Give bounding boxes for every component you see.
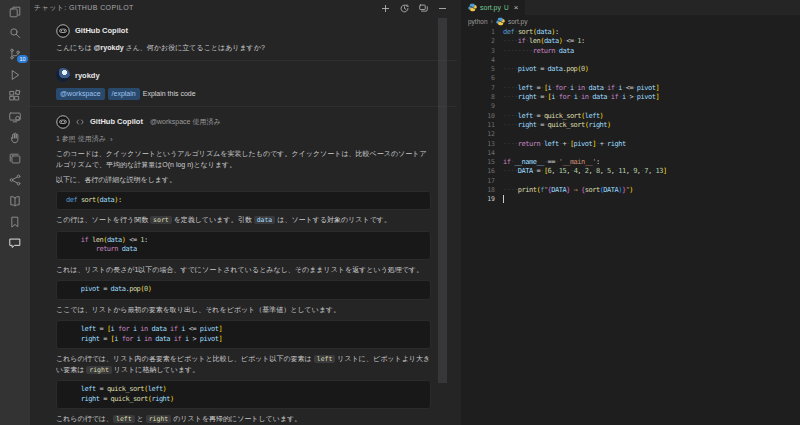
- workspace-chip[interactable]: @workspace: [56, 88, 105, 101]
- line-number: 8: [461, 93, 503, 102]
- greeting-text: こんにちは @ryokdy さん、何かお役に立てることはありますか?: [56, 43, 431, 54]
- code-line-18[interactable]: 18····print(f"{DATA} → {sort(DATA)}"): [461, 186, 800, 195]
- code-block: left = quick_sort(left) right = quick_so…: [56, 380, 431, 409]
- assistant-paragraph: この行は、ソートを行う関数 sort を定義しています。引数 data は、ソー…: [56, 215, 431, 226]
- assistant-paragraph: このコードは、クイックソートというアルゴリズムを実装したものです。クイックソート…: [56, 149, 431, 170]
- breadcrumb-file[interactable]: sort.py: [508, 18, 528, 25]
- code-line-6[interactable]: 6: [461, 74, 800, 83]
- line-number: 11: [461, 121, 503, 130]
- line-number: 18: [461, 186, 503, 195]
- code-line-2[interactable]: 2····if·len(data)·<=·1:: [461, 37, 800, 46]
- copilot-avatar-icon: [56, 24, 70, 38]
- chat-scrollbar[interactable]: [438, 18, 447, 383]
- assistant-name: GitHub Copilot: [90, 117, 143, 126]
- code-line-16[interactable]: 16····DATA·=·[6,·15,·4,·2,·8,·5,·11,·9,·…: [461, 167, 800, 176]
- assistant-paragraph: 以下に、各行の詳細な説明をします。: [56, 175, 431, 186]
- chat-panel-header: チャット: GITHUB COPILOT: [30, 0, 461, 16]
- chat-icon[interactable]: [0, 232, 30, 253]
- assistant-paragraph: これは、リストの長さが1以下の場合、すでにソートされているとみなし、そのままリス…: [56, 265, 431, 276]
- code-line-10[interactable]: 10····left·=·quick_sort(left): [461, 112, 800, 121]
- code-line-3[interactable]: 3········return·data: [461, 47, 800, 56]
- extensions-icon[interactable]: [0, 85, 30, 106]
- history-button[interactable]: [399, 3, 410, 14]
- code-line-19[interactable]: 19: [461, 195, 800, 204]
- code-line-9[interactable]: 9: [461, 102, 800, 111]
- workspace-used-label: @workspace 使用済み: [150, 117, 221, 127]
- explain-command-chip[interactable]: /explain: [108, 88, 140, 101]
- code-line-15[interactable]: 15if·__name__·==·'__main__':: [461, 158, 800, 167]
- run-debug-icon[interactable]: [0, 64, 30, 85]
- code-line-11[interactable]: 11····right·=·quick_sort(right): [461, 121, 800, 130]
- user-avatar: [56, 68, 70, 82]
- assistant-name: GitHub Copilot: [75, 26, 128, 35]
- references-toggle[interactable]: 1 参照 使用済み ›: [56, 134, 431, 144]
- inline-code: data: [254, 216, 276, 224]
- code-line-14[interactable]: 14: [461, 149, 800, 158]
- assistant-response-message: GitHub Copilot @workspace 使用済み 1 参照 使用済み…: [56, 114, 431, 425]
- assistant-paragraph: ここでは、リストから最初の要素を取り出し、それをピボット（基準値）としています。: [56, 305, 431, 316]
- book-icon[interactable]: [0, 190, 30, 211]
- chat-thread: GitHub Copilot こんにちは @ryokdy さん、何かお役に立てる…: [30, 16, 461, 425]
- window-stack-icon[interactable]: [0, 148, 30, 169]
- close-icon[interactable]: ×: [514, 4, 519, 12]
- greeting-pre: こんにちは: [56, 44, 94, 51]
- python-file-icon: [468, 3, 477, 12]
- user-prompt: @workspace/explainExplain this code: [56, 88, 431, 101]
- user-mention[interactable]: @ryokdy: [94, 44, 124, 51]
- code-line-1[interactable]: 1def·sort(data):: [461, 28, 800, 37]
- code-line-4[interactable]: 4: [461, 56, 800, 65]
- breadcrumb[interactable]: python › sort.py: [461, 15, 800, 27]
- code-line-5[interactable]: 5····pivot·=·data.pop(0): [461, 65, 800, 74]
- hide-panel-button[interactable]: [437, 3, 448, 14]
- code-area[interactable]: 1def·sort(data):2····if·len(data)·<=·1:3…: [461, 27, 800, 205]
- code-block: def sort(data):: [56, 191, 431, 211]
- code-line-13[interactable]: 13····return·left·+·[pivot]·+·right: [461, 140, 800, 149]
- python-file-icon: [496, 17, 505, 26]
- share-icon[interactable]: [0, 169, 30, 190]
- code-block: if len(data) <= 1: return data: [56, 231, 431, 260]
- breadcrumb-folder[interactable]: python: [468, 18, 488, 25]
- explorer-icon[interactable]: [0, 1, 30, 22]
- inline-code: left: [113, 415, 135, 423]
- line-number: 13: [461, 140, 503, 149]
- new-chat-button[interactable]: [380, 3, 391, 14]
- code-block: left = [i for i in data if i <= pivot] r…: [56, 320, 431, 349]
- line-number: 7: [461, 84, 503, 93]
- assistant-greeting-message: GitHub Copilot こんにちは @ryokdy さん、何かお役に立てる…: [56, 23, 431, 54]
- line-number: 6: [461, 74, 503, 83]
- line-number: 9: [461, 102, 503, 111]
- user-message: ryokdy @workspace/explainExplain this co…: [56, 68, 431, 101]
- code-line-17[interactable]: 17: [461, 177, 800, 186]
- hand-icon[interactable]: [0, 127, 30, 148]
- turn-divider: [30, 106, 457, 107]
- line-number: 10: [461, 112, 503, 121]
- live-preview-icon[interactable]: [0, 106, 30, 127]
- line-number: 4: [461, 56, 503, 65]
- line-number: 15: [461, 158, 503, 167]
- chevron-right-icon: ›: [491, 18, 493, 25]
- turn-divider: [30, 60, 457, 61]
- inline-code: sort: [150, 216, 172, 224]
- line-number: 1: [461, 28, 503, 37]
- git-untracked-badge: U: [504, 4, 509, 11]
- source-control-icon[interactable]: 10: [0, 43, 30, 64]
- code-line-7[interactable]: 7····left·=·[i·for·i·in·data·if·i·<=·piv…: [461, 84, 800, 93]
- line-number: 19: [461, 195, 503, 204]
- line-number: 2: [461, 37, 503, 46]
- text-cursor: [503, 195, 504, 203]
- code-block: pivot = data.pop(0): [56, 280, 431, 300]
- code-line-8[interactable]: 8····right·=·[i·for·i·in·data·if·i·>·piv…: [461, 93, 800, 102]
- chat-panel: チャット: GITHUB COPILOT GitHub Copilot こんにち…: [30, 0, 461, 425]
- search-icon[interactable]: [0, 22, 30, 43]
- user-prompt-text: Explain this code: [143, 90, 196, 97]
- bookmark-icon[interactable]: [0, 211, 30, 232]
- line-number: 17: [461, 177, 503, 186]
- activity-bar: 10: [0, 0, 30, 425]
- chat-panel-title: チャット: GITHUB COPILOT: [34, 3, 380, 13]
- tab-sort-py[interactable]: sort.py U ×: [461, 0, 525, 15]
- code-line-12[interactable]: 12: [461, 130, 800, 139]
- tab-bar: sort.py U ×: [461, 0, 800, 15]
- chevron-right-icon: ›: [110, 135, 113, 144]
- assistant-response-body: このコードは、クイックソートというアルゴリズムを実装したものです。クイックソート…: [56, 149, 431, 425]
- chat-sessions-button[interactable]: [418, 3, 429, 14]
